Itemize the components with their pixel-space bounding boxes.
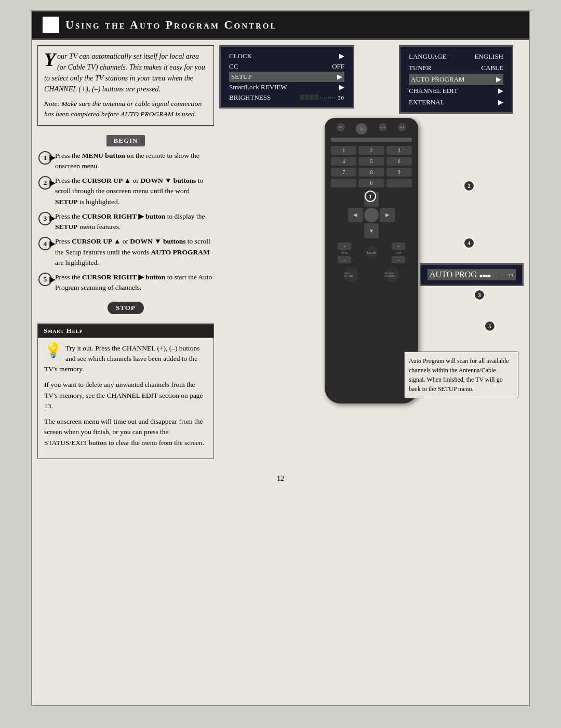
big-letter: Y [44, 52, 56, 68]
smart-help-para-3: The onscreen menu will time out and disa… [44, 416, 207, 448]
remote-screen [331, 138, 412, 142]
step-5-arrow: ▶ [49, 274, 55, 285]
page-number: 12 [32, 464, 529, 488]
setup-row-tuner: TUNER CABLE [409, 62, 503, 74]
auto-prog-label: AUTO PROG [430, 270, 477, 279]
remote-sleep-btn: SLP [398, 123, 406, 131]
remote-btn-2: 2 [358, 146, 384, 155]
step-2-arrow: ▶ [49, 178, 55, 188]
remote-btn-arch [331, 179, 356, 187]
setup-row-auto-program: AUTO PROGRAM ▶ [409, 74, 503, 85]
menu-row-brightness: BRIGHTNESS ········ 30 [229, 92, 344, 103]
cursor-ok-btn[interactable] [364, 208, 379, 222]
stop-row: STOP [37, 298, 214, 318]
main-content: Y our TV can automatically set itself fo… [32, 40, 529, 464]
step-5-num: 5 ▶ [38, 273, 52, 286]
auto-prog-note-text: Auto Program will scan for all available… [409, 357, 509, 393]
vol-label: VOL [341, 251, 348, 255]
step-4-text: Press CURSOR UP ▲ or DOWN ▼ buttons to s… [55, 236, 213, 268]
left-column: Y our TV can automatically set itself fo… [37, 45, 214, 459]
step-3-arrow: ▶ [49, 213, 55, 224]
menus-top: CLOCK ▶ CC OFF SETUP ▶ SmartLock REVIE [219, 45, 524, 114]
auto-prog-row: AUTO PROG ■■■■ ········ 33 [428, 269, 516, 280]
remote-btn-0: 0 [358, 179, 384, 187]
menu-row-setup: SETUP ▶ [229, 72, 344, 82]
step-1-num: 1 ▶ [38, 151, 52, 165]
remote-oc-btn: OC [337, 123, 345, 131]
smart-help-para-2: If you want to delete any unwanted chann… [44, 380, 207, 411]
step-5-text: Press the CURSOR RIGHT ▶ button to start… [55, 272, 213, 293]
cursor-right-btn[interactable]: ▶ [380, 208, 395, 223]
step-4: 4 ▶ Press CURSOR UP ▲ or DOWN ▼ buttons … [37, 236, 214, 268]
diagram-label-1: 1 [365, 191, 376, 202]
ch-label: CH [396, 251, 401, 255]
setup-row-external: EXTERNAL ▶ [409, 97, 503, 108]
stop-badge: STOP [108, 302, 144, 314]
page: Using the Auto Program Control Y our TV … [31, 10, 530, 706]
remote-btn-1: 1 [331, 146, 356, 155]
setup-menu: LANGUAGE ENGLISH TUNER CABLE AUTO PROGRA… [399, 45, 513, 114]
smart-help-para-1: Try it out. Press the CHANNEL (+), (–) b… [44, 343, 207, 375]
intro-text: our TV can automatically set itself for … [44, 52, 205, 93]
auto-prog-display: AUTO PROG ■■■■ ········ 33 [420, 263, 524, 286]
smart-help-header: Smart Help [37, 323, 214, 338]
menu-row-clock: CLOCK ▶ [229, 51, 344, 61]
right-column: CLOCK ▶ CC OFF SETUP ▶ SmartLock REVIE [219, 45, 524, 459]
header-icon [43, 17, 59, 33]
remote-btn-5: 5 [358, 157, 384, 166]
remote-btn-6: 6 [386, 157, 412, 166]
main-menu: CLOCK ▶ CC OFF SETUP ▶ SmartLock REVIE [219, 45, 354, 109]
step-2-num: 2 ▶ [38, 176, 52, 190]
remote-btn-7: 7 [331, 168, 356, 177]
remote-btn-4: 4 [331, 157, 356, 166]
menu-row-cc: CC OFF [229, 61, 344, 72]
setup-row-language: LANGUAGE ENGLISH [409, 51, 503, 62]
step-1: 1 ▶ Press the MENU button on the remote … [37, 151, 214, 172]
tip-icon: 💡 [44, 343, 62, 358]
step-1-text: Press the MENU button on the remote to s… [55, 151, 213, 172]
diagram-label-2: 2 [463, 180, 475, 192]
smart-help-content: 💡 Try it out. Press the CHANNEL (+), (–)… [37, 338, 214, 459]
brightness-bar [300, 95, 318, 100]
mute-btn[interactable]: MUTE [365, 246, 378, 260]
step-2: 2 ▶ Press the CURSOR UP ▲ or DOWN ▼ butt… [37, 176, 214, 207]
step-4-arrow: ▶ [49, 238, 55, 249]
auto-prog-note: Auto Program will scan for all available… [404, 352, 518, 398]
remote-btn-fav [386, 179, 412, 187]
diagram-label-5: 5 [484, 320, 496, 332]
remote-clock-btn: CLK [379, 123, 387, 131]
smart-sound-btn[interactable]: SMART SOUND [344, 267, 358, 282]
step-3-text: Press the CURSOR RIGHT ▶ button to displ… [55, 211, 213, 233]
begin-badge: BEGIN [106, 135, 145, 146]
step-3: 3 ▶ Press the CURSOR RIGHT ▶ button to d… [37, 211, 214, 233]
cursor-down-btn[interactable]: ▼ [364, 223, 379, 238]
setup-row-channel-edit: CHANNEL EDIT ▶ [409, 85, 503, 97]
ch-minus-btn[interactable]: – [392, 256, 405, 263]
intro-box: Y our TV can automatically set itself fo… [37, 45, 214, 126]
smart-help-label: Smart Help [44, 327, 83, 334]
cursor-left-btn[interactable]: ◀ [348, 208, 363, 223]
remote-btn-9: 9 [386, 168, 412, 177]
header: Using the Auto Program Control [32, 11, 529, 40]
ch-plus-btn[interactable]: + [392, 242, 405, 250]
menu-wrapper: CLOCK ▶ CC OFF SETUP ▶ SmartLock REVIE [219, 45, 524, 114]
step-5: 5 ▶ Press the CURSOR RIGHT ▶ button to s… [37, 272, 214, 293]
diagram-label-4: 4 [463, 237, 475, 249]
step-2-text: Press the CURSOR UP ▲ or DOWN ▼ buttons … [55, 176, 213, 207]
step-1-arrow: ▶ [49, 152, 55, 163]
vol-plus-btn[interactable]: + [338, 242, 351, 250]
remote-power-btn: ⏻ [356, 123, 367, 134]
begin-row: BEGIN [37, 131, 214, 151]
intro-note: Note: Make sure the antenna or cable sig… [44, 99, 207, 120]
page-title: Using the Auto Program Control [65, 18, 277, 32]
remote-btn-3: 3 [386, 146, 412, 155]
menu-row-smartlock: SmartLock REVIEW ▶ [229, 82, 344, 92]
remote-btn-8: 8 [358, 168, 384, 177]
step-4-num: 4 ▶ [38, 237, 52, 250]
remote-numpad: 1 2 3 4 5 6 7 8 9 0 [331, 146, 412, 187]
diagram-label-3: 3 [474, 289, 485, 301]
vol-minus-btn[interactable]: – [338, 256, 351, 263]
remote-area: OC ⏻ CLK SLP 1 2 3 4 5 [219, 118, 524, 403]
step-3-num: 3 ▶ [38, 212, 52, 225]
smart-picture-btn[interactable]: SMART PICTURE [384, 267, 399, 282]
